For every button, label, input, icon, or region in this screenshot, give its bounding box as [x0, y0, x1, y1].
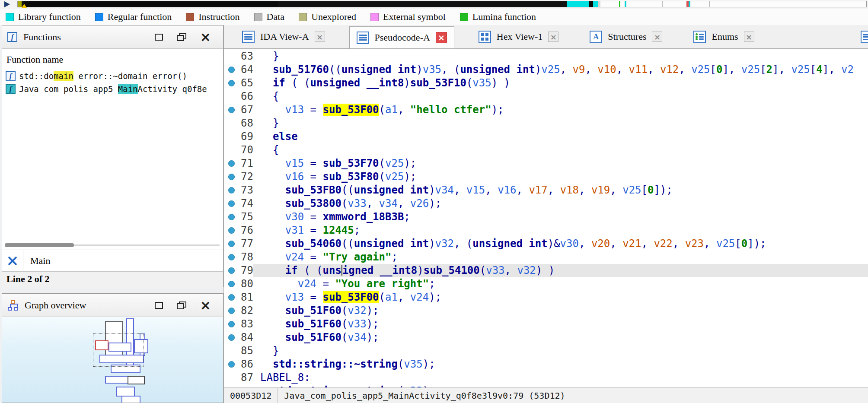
- code-text[interactable]: {: [253, 90, 868, 103]
- code-text[interactable]: }: [253, 50, 868, 63]
- code-line[interactable]: 65 if ( (unsigned __int8)sub_53F10(v35) …: [224, 76, 868, 90]
- code-text[interactable]: v13 = sub_53F00(a1, v24);: [253, 291, 868, 304]
- legend-label: Library function: [18, 11, 81, 22]
- code-text[interactable]: v24 = "Try again";: [253, 251, 868, 264]
- search-input[interactable]: Main: [30, 255, 50, 267]
- code-line[interactable]: 66 {: [224, 90, 868, 103]
- tab-pseudocode-a[interactable]: Pseudocode-A×: [349, 26, 454, 48]
- address-gutter: [224, 317, 239, 331]
- code-text[interactable]: sub_51F60(v34);: [253, 331, 868, 344]
- functions-titlebar[interactable]: f Functions ×: [2, 25, 223, 49]
- line-number: 64: [239, 63, 253, 76]
- function-search-row[interactable]: Main: [2, 250, 223, 271]
- restore-icon[interactable]: [177, 33, 186, 41]
- code-line[interactable]: 78 v24 = "Try again";: [224, 251, 868, 264]
- tab-close-icon[interactable]: ×: [436, 32, 447, 43]
- tab-hex-view-1[interactable]: Hex View-1×: [472, 27, 565, 47]
- code-line[interactable]: 82 sub_51F60(v32);: [224, 304, 868, 317]
- code-text[interactable]: }: [253, 344, 868, 358]
- code-line[interactable]: 76 v31 = 12445;: [224, 224, 868, 237]
- code-line[interactable]: 84 sub_51F60(v34);: [224, 331, 868, 344]
- tab-close-icon[interactable]: ×: [548, 32, 558, 42]
- code-line[interactable]: 81 v13 = sub_53F00(a1, v24);: [224, 291, 868, 304]
- code-text[interactable]: v30 = xmmword_18B3B;: [253, 210, 868, 224]
- code-line[interactable]: 70 {: [224, 143, 868, 157]
- legend-label: Unexplored: [311, 11, 356, 22]
- code-line[interactable]: 83 sub_51F60(v33);: [224, 317, 868, 331]
- graph-overview-canvas[interactable]: [2, 317, 223, 403]
- partial-tab-icon[interactable]: [861, 31, 868, 43]
- navigator-arrow-icon[interactable]: [4, 1, 10, 7]
- function-list[interactable]: Function name fstd::domain_error::~domai…: [2, 49, 223, 250]
- filter-clear-icon[interactable]: [7, 256, 18, 266]
- tab-enums[interactable]: Enums×: [686, 27, 761, 47]
- close-icon[interactable]: ×: [200, 33, 211, 41]
- line-number: 73: [239, 184, 253, 197]
- code-address-dot: [228, 107, 235, 113]
- code-text[interactable]: v24 = "You are right";: [253, 277, 868, 291]
- code-line[interactable]: 87LABEL_8:: [224, 371, 868, 384]
- code-line[interactable]: 64 sub_51760((unsigned int)v35, (unsigne…: [224, 63, 868, 76]
- code-line[interactable]: 71 v15 = sub_53F70(v25);: [224, 157, 868, 170]
- code-text[interactable]: sub_51760((unsigned int)v35, (unsigned i…: [253, 63, 868, 76]
- code-text[interactable]: {: [253, 143, 868, 157]
- address-gutter: [224, 384, 239, 387]
- graph-overview-window: Graph overview ×: [2, 293, 223, 403]
- code-line[interactable]: 79 if ( (unsigned __int8)sub_54100(v33, …: [224, 264, 868, 277]
- maximize-icon[interactable]: [155, 34, 163, 41]
- navband-segment: [600, 1, 619, 7]
- code-line[interactable]: 67 v13 = sub_53F00(a1, "hello ctfer");: [224, 103, 868, 117]
- line-number: 82: [239, 304, 253, 317]
- code-text[interactable]: sub_54060((unsigned int)v32, (unsigned i…: [253, 237, 868, 251]
- code-text[interactable]: }: [253, 117, 868, 130]
- navband-legend: Library functionRegular functionInstruct…: [0, 9, 868, 25]
- tab-label: Pseudocode-A: [375, 32, 430, 43]
- code-line[interactable]: 77 sub_54060((unsigned int)v32, (unsigne…: [224, 237, 868, 251]
- code-text[interactable]: sub_53800(v33, v34, v26);: [253, 197, 868, 210]
- tab-close-icon[interactable]: ×: [652, 32, 662, 42]
- tab-ida-view-a[interactable]: IDA View-A×: [235, 27, 332, 47]
- code-text[interactable]: std::string::~string(v35);: [253, 358, 868, 371]
- code-line[interactable]: 69 else: [224, 130, 868, 143]
- tab-label: Enums: [712, 31, 738, 42]
- navigation-band[interactable]: [17, 1, 867, 7]
- code-text[interactable]: sub_51F60(v32);: [253, 304, 868, 317]
- code-line[interactable]: 74 sub_53800(v33, v34, v26);: [224, 197, 868, 210]
- close-icon[interactable]: ×: [200, 301, 211, 309]
- restore-icon[interactable]: [177, 301, 186, 309]
- code-line[interactable]: 86 std::string::~string(v35);: [224, 358, 868, 371]
- function-name-column-header[interactable]: Function name: [2, 49, 223, 70]
- address-gutter: [224, 237, 239, 251]
- maximize-icon[interactable]: [155, 302, 163, 309]
- code-line[interactable]: 72 v16 = sub_53F80(v25);: [224, 170, 868, 184]
- code-address-dot: [228, 160, 235, 167]
- code-line[interactable]: std::string::~string(v33);: [224, 384, 868, 387]
- code-text[interactable]: sub_53FB0((unsigned int)v34, v15, v16, v…: [253, 184, 868, 197]
- code-line[interactable]: 63 }: [224, 50, 868, 63]
- code-line[interactable]: 80 v24 = "You are right";: [224, 277, 868, 291]
- code-text[interactable]: if ( (unsigned __int8)sub_54100(v33, v32…: [253, 264, 868, 277]
- tab-structures[interactable]: AStructures×: [583, 27, 669, 47]
- code-text[interactable]: else: [253, 130, 868, 143]
- graph-overview-titlebar[interactable]: Graph overview ×: [2, 294, 223, 317]
- line-number: 79: [239, 264, 253, 277]
- code-text[interactable]: sub_51F60(v33);: [253, 317, 868, 331]
- function-list-item[interactable]: fstd::domain_error::~domain_error(): [2, 70, 223, 83]
- code-text[interactable]: v31 = 12445;: [253, 224, 868, 237]
- code-address-dot: [228, 174, 235, 180]
- code-text[interactable]: std::string::~string(v33);: [253, 384, 868, 387]
- code-line[interactable]: 85 }: [224, 344, 868, 358]
- tab-close-icon[interactable]: ×: [744, 32, 754, 42]
- code-text[interactable]: v15 = sub_53F70(v25);: [253, 157, 868, 170]
- tab-close-icon[interactable]: ×: [315, 32, 325, 42]
- code-line[interactable]: 75 v30 = xmmword_18B3B;: [224, 210, 868, 224]
- code-line[interactable]: 73 sub_53FB0((unsigned int)v34, v15, v16…: [224, 184, 868, 197]
- code-text[interactable]: if ( (unsigned __int8)sub_53F10(v35) ): [253, 76, 868, 90]
- code-text[interactable]: v16 = sub_53F80(v25);: [253, 170, 868, 184]
- function-list-item[interactable]: fJava_com_polis_app5_MainActivity_q0f8e: [2, 83, 223, 95]
- code-line[interactable]: 68 }: [224, 117, 868, 130]
- code-text[interactable]: v13 = sub_53F00(a1, "hello ctfer");: [253, 103, 868, 117]
- pseudocode-view[interactable]: 63 }64 sub_51760((unsigned int)v35, (uns…: [223, 49, 868, 387]
- code-text[interactable]: LABEL_8:: [253, 371, 868, 384]
- horizontal-scrollbar-thumb[interactable]: [5, 243, 74, 247]
